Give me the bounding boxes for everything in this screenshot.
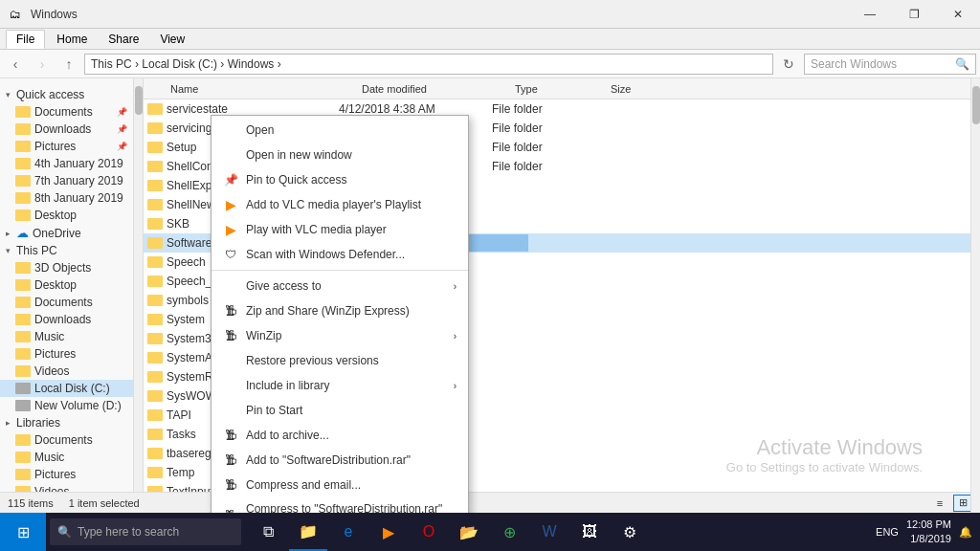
task-view-button[interactable]: ⧉: [249, 513, 287, 551]
sidebar-item-quick-access[interactable]: ▾ Quick access: [0, 86, 133, 103]
settings-taskbar[interactable]: ⚙: [611, 513, 649, 551]
ctx-restore-versions[interactable]: Restore previous versions: [212, 348, 468, 373]
ctx-compress-email[interactable]: 🗜 Compress and email...: [212, 473, 468, 497]
ribbon-tab-share[interactable]: Share: [99, 31, 148, 48]
zip-icon: 🗜: [223, 303, 238, 319]
submenu-arrow: ›: [454, 281, 457, 292]
sidebar-item-local-disk-c[interactable]: Local Disk (C:): [0, 380, 133, 397]
sidebar-item-lib-music[interactable]: Music: [0, 449, 133, 466]
taskbar-right: ENG 12:08 PM 1/8/2019 🔔: [868, 518, 980, 547]
refresh-button[interactable]: ↻: [777, 53, 800, 76]
vlc-play-icon: ▶: [223, 222, 238, 237]
sidebar-item-jan8[interactable]: 8th January 2019: [0, 189, 133, 207]
ctx-label: Zip and Share (WinZip Express): [246, 304, 457, 318]
close-button[interactable]: ✕: [936, 0, 980, 29]
sidebar-item-onedrive[interactable]: ▸ ☁ OneDrive: [0, 224, 133, 242]
ctx-include-library[interactable]: Include in library ›: [212, 373, 468, 398]
ctx-pin-quick-access[interactable]: 📌 Pin to Quick access: [212, 167, 468, 192]
filelist-scrollbar-thumb[interactable]: [972, 86, 980, 124]
filelist-scrollbar[interactable]: [970, 78, 980, 513]
vlc-taskbar[interactable]: ▶: [369, 513, 408, 551]
folder-icon: [147, 409, 163, 421]
back-button[interactable]: ‹: [4, 53, 27, 76]
expand-icon: ▾: [6, 246, 11, 255]
address-path[interactable]: This PC › Local Disk (C:) › Windows ›: [84, 54, 773, 75]
folder-icon: [15, 314, 31, 325]
sidebar-item-3d-objects[interactable]: 3D Objects: [0, 259, 133, 276]
col-size[interactable]: Size: [607, 83, 683, 95]
ctx-winzip[interactable]: 🗜 WinZip ›: [212, 323, 468, 348]
ribbon-tab-view[interactable]: View: [150, 31, 194, 48]
edge-taskbar[interactable]: e: [329, 513, 368, 551]
ctx-open[interactable]: Open: [212, 118, 468, 143]
sidebar-label: Downloads: [34, 122, 91, 136]
word-taskbar[interactable]: W: [530, 513, 568, 551]
file-type: File folder: [492, 102, 588, 116]
sidebar-item-jan4[interactable]: 4th January 2019: [0, 155, 133, 172]
col-type[interactable]: Type: [511, 83, 607, 95]
taskbar-lang: ENG: [876, 526, 899, 538]
details-view-button[interactable]: ≡: [930, 495, 949, 512]
app-taskbar[interactable]: 🖼: [570, 513, 609, 551]
ctx-open-new-window[interactable]: Open in new window: [212, 143, 468, 167]
sidebar-item-downloads2[interactable]: Downloads: [0, 311, 133, 328]
ctx-add-specific-rar[interactable]: 🗜 Add to "SoftwareDistribution.rar": [212, 448, 468, 473]
ctx-pin-start[interactable]: Pin to Start: [212, 398, 468, 423]
ctx-label: WinZip: [246, 329, 446, 342]
sidebar-item-documents2[interactable]: Documents: [0, 294, 133, 311]
pin-icon: 📌: [223, 172, 238, 187]
sidebar-item-jan7[interactable]: 7th January 2019: [0, 172, 133, 189]
sidebar-item-desktop[interactable]: Desktop: [0, 276, 133, 294]
sidebar-label: Documents: [34, 296, 93, 309]
folder-icon: [147, 429, 163, 440]
ribbon-tab-home[interactable]: Home: [47, 31, 97, 48]
ctx-vlc-playlist[interactable]: ▶ Add to VLC media player's Playlist: [212, 192, 468, 217]
folder-icon: [147, 161, 163, 172]
folder-icon: [147, 218, 163, 230]
folder-icon: [15, 331, 31, 342]
sidebar-item-this-pc[interactable]: ▾ This PC: [0, 242, 133, 259]
search-box[interactable]: Search Windows 🔍: [804, 54, 976, 75]
ctx-label: Open in new window: [246, 148, 457, 162]
sidebar-scrollbar[interactable]: [134, 78, 144, 513]
sidebar-label: Local Disk (C:): [34, 382, 110, 395]
folder-taskbar[interactable]: 📂: [450, 513, 488, 551]
sidebar-item-lib-pictures[interactable]: Pictures: [0, 466, 133, 483]
sidebar-item-music[interactable]: Music: [0, 328, 133, 345]
folder-icon: [147, 467, 163, 478]
ctx-add-archive[interactable]: 🗜 Add to archive...: [212, 423, 468, 448]
opera-taskbar[interactable]: O: [410, 513, 448, 551]
ctx-scan-defender[interactable]: 🛡 Scan with Windows Defender...: [212, 242, 468, 267]
file-type: File folder: [492, 121, 588, 135]
chrome-taskbar[interactable]: ⊕: [490, 513, 528, 551]
folder-icon: [15, 106, 31, 118]
sidebar-item-pictures[interactable]: Pictures 📌: [0, 138, 133, 155]
sidebar-item-new-volume-d[interactable]: New Volume (D:): [0, 397, 133, 414]
sidebar-label: OneDrive: [33, 227, 81, 240]
ctx-zip-share[interactable]: 🗜 Zip and Share (WinZip Express): [212, 298, 468, 323]
sidebar-item-libraries[interactable]: ▸ Libraries: [0, 414, 133, 431]
sidebar-item-videos[interactable]: Videos: [0, 363, 133, 380]
ctx-give-access[interactable]: Give access to ›: [212, 274, 468, 298]
sidebar-item-lib-documents[interactable]: Documents: [0, 431, 133, 449]
ctx-label: Play with VLC media player: [246, 223, 457, 236]
file-explorer-taskbar[interactable]: 📁: [289, 513, 327, 551]
start-button[interactable]: ⊞: [0, 513, 46, 551]
sidebar-item-desktop-qa[interactable]: Desktop: [0, 207, 133, 224]
sidebar-item-downloads[interactable]: Downloads 📌: [0, 121, 133, 138]
taskbar-clock: 12:08 PM 1/8/2019: [906, 518, 951, 547]
sidebar-item-pictures2[interactable]: Pictures: [0, 345, 133, 363]
maximize-button[interactable]: ❐: [892, 0, 936, 29]
forward-button[interactable]: ›: [31, 53, 54, 76]
taskbar-search[interactable]: 🔍 Type here to search: [50, 518, 241, 545]
ribbon-tab-file[interactable]: File: [6, 30, 45, 49]
up-button[interactable]: ↑: [57, 53, 80, 76]
col-name[interactable]: Name: [167, 83, 358, 95]
minimize-button[interactable]: —: [848, 0, 892, 29]
sidebar-item-documents[interactable]: Documents 📌: [0, 103, 133, 121]
list-view-button[interactable]: ⊞: [953, 495, 972, 512]
sidebar-scrollbar-thumb[interactable]: [135, 86, 143, 115]
ctx-vlc-play[interactable]: ▶ Play with VLC media player: [212, 217, 468, 242]
col-date[interactable]: Date modified: [358, 83, 511, 95]
notification-icon[interactable]: 🔔: [959, 526, 972, 539]
